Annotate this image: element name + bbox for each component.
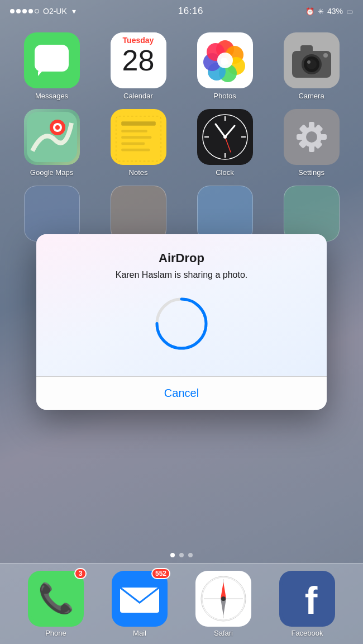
dialog-subtitle: Karen Haslam is sharing a photo. [116,270,248,280]
airdrop-dialog: AirDrop Karen Haslam is sharing a photo.… [36,234,327,410]
progress-ring [154,296,209,352]
dialog-content: AirDrop Karen Haslam is sharing a photo. [36,234,327,376]
cancel-button[interactable]: Cancel [36,377,327,410]
dialog-backdrop: AirDrop Karen Haslam is sharing a photo.… [0,0,363,644]
dialog-title: AirDrop [159,251,204,266]
